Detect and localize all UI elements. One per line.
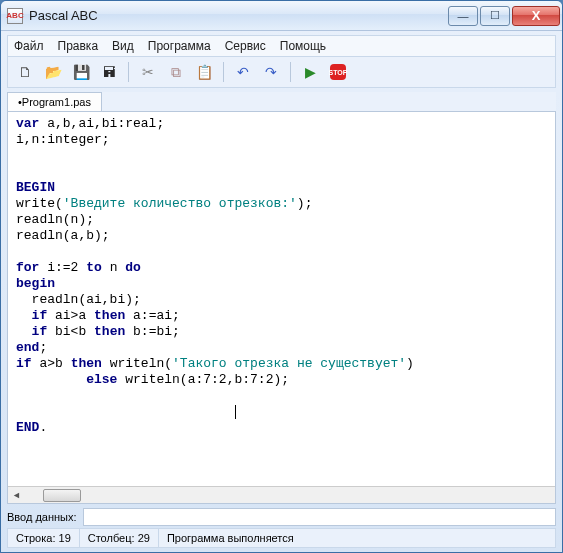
app-window: ABC Pascal ABC — ☐ X Файл Правка Вид Про… bbox=[0, 0, 563, 553]
code-text: readln(n); bbox=[16, 212, 94, 227]
toolbar: 🗋 📂 💾 🖬 ✂ ⧉ 📋 ↶ ↷ ▶ STOP bbox=[7, 57, 556, 88]
kw-then: then bbox=[94, 324, 125, 339]
kw-for: for bbox=[16, 260, 39, 275]
code-text: b:=bi; bbox=[125, 324, 180, 339]
code-text bbox=[16, 324, 32, 339]
horizontal-scrollbar[interactable]: ◄ bbox=[8, 486, 555, 503]
stop-button[interactable]: STOP bbox=[327, 61, 349, 83]
kw-if: if bbox=[16, 356, 32, 371]
code-text: n bbox=[102, 260, 125, 275]
kw-else: else bbox=[86, 372, 117, 387]
menubar: Файл Правка Вид Программа Сервис Помощь bbox=[7, 35, 556, 57]
statusbar: Строка: 19 Столбец: 29 Программа выполня… bbox=[7, 528, 556, 548]
editor-panel: var a,b,ai,bi:real; i,n:integer; BEGIN w… bbox=[7, 111, 556, 504]
window-title: Pascal ABC bbox=[29, 8, 448, 23]
status-line-value: 19 bbox=[59, 532, 71, 544]
code-text: bi<b bbox=[47, 324, 94, 339]
play-icon: ▶ bbox=[305, 64, 316, 80]
kw-to: to bbox=[86, 260, 102, 275]
code-text: ); bbox=[297, 196, 313, 211]
kw-then: then bbox=[71, 356, 102, 371]
code-text: a,b,ai,bi:real; bbox=[39, 116, 164, 131]
run-button[interactable]: ▶ bbox=[299, 61, 321, 83]
code-text: writeln( bbox=[102, 356, 172, 371]
save-button[interactable]: 💾 bbox=[70, 61, 92, 83]
status-column: Столбец: 29 bbox=[80, 529, 159, 547]
editor-tabs: •Program1.pas bbox=[7, 92, 556, 111]
window-buttons: — ☐ X bbox=[448, 6, 560, 26]
code-text: ai>a bbox=[47, 308, 94, 323]
kw-if: if bbox=[32, 308, 48, 323]
toolbar-separator bbox=[223, 62, 224, 82]
tab-program1[interactable]: •Program1.pas bbox=[7, 92, 102, 111]
new-file-button[interactable]: 🗋 bbox=[14, 61, 36, 83]
redo-icon: ↷ bbox=[265, 64, 277, 80]
code-text bbox=[16, 372, 86, 387]
kw-begin: BEGIN bbox=[16, 180, 55, 195]
text-caret bbox=[235, 405, 236, 419]
kw-begin: begin bbox=[16, 276, 55, 291]
code-text: a>b bbox=[32, 356, 71, 371]
menu-file[interactable]: Файл bbox=[14, 39, 44, 53]
status-col-label: Столбец: bbox=[88, 532, 135, 544]
status-col-value: 29 bbox=[138, 532, 150, 544]
status-line-label: Строка: bbox=[16, 532, 55, 544]
status-line: Строка: 19 bbox=[8, 529, 80, 547]
input-field[interactable] bbox=[83, 508, 556, 526]
new-file-icon: 🗋 bbox=[18, 64, 32, 80]
cut-icon: ✂ bbox=[142, 64, 154, 80]
maximize-button[interactable]: ☐ bbox=[480, 6, 510, 26]
undo-button[interactable]: ↶ bbox=[232, 61, 254, 83]
code-text: i,n:integer; bbox=[16, 132, 110, 147]
kw-var: var bbox=[16, 116, 39, 131]
code-text: . bbox=[39, 420, 47, 435]
app-icon: ABC bbox=[7, 8, 23, 24]
toolbar-separator bbox=[128, 62, 129, 82]
open-folder-icon: 📂 bbox=[45, 64, 62, 80]
titlebar[interactable]: ABC Pascal ABC — ☐ X bbox=[1, 1, 562, 31]
copy-icon: ⧉ bbox=[171, 64, 181, 81]
redo-button[interactable]: ↷ bbox=[260, 61, 282, 83]
input-bar: Ввод данных: bbox=[7, 508, 556, 526]
status-message: Программа выполняется bbox=[159, 529, 555, 547]
code-text: ; bbox=[39, 340, 47, 355]
code-editor[interactable]: var a,b,ai,bi:real; i,n:integer; BEGIN w… bbox=[8, 112, 555, 486]
paste-icon: 📋 bbox=[196, 64, 213, 80]
minimize-button[interactable]: — bbox=[448, 6, 478, 26]
code-text: i:=2 bbox=[39, 260, 86, 275]
kw-end: END bbox=[16, 420, 39, 435]
kw-then: then bbox=[94, 308, 125, 323]
menu-service[interactable]: Сервис bbox=[225, 39, 266, 53]
code-text: readln(ai,bi); bbox=[16, 292, 141, 307]
string-literal: 'Введите количество отрезков:' bbox=[63, 196, 297, 211]
code-text: writeln(a:7:2,b:7:2); bbox=[117, 372, 289, 387]
paste-button[interactable]: 📋 bbox=[193, 61, 215, 83]
code-text: readln(a,b); bbox=[16, 228, 110, 243]
save-icon: 💾 bbox=[73, 64, 90, 80]
undo-icon: ↶ bbox=[237, 64, 249, 80]
menu-program[interactable]: Программа bbox=[148, 39, 211, 53]
scroll-thumb[interactable] bbox=[43, 489, 81, 502]
scroll-left-icon[interactable]: ◄ bbox=[8, 488, 25, 503]
cut-button[interactable]: ✂ bbox=[137, 61, 159, 83]
stop-icon: STOP bbox=[330, 64, 346, 80]
menu-help[interactable]: Помощь bbox=[280, 39, 326, 53]
code-text bbox=[16, 308, 32, 323]
string-literal: 'Такого отрезка не существует' bbox=[172, 356, 406, 371]
kw-if: if bbox=[32, 324, 48, 339]
save-all-button[interactable]: 🖬 bbox=[98, 61, 120, 83]
code-text: write( bbox=[16, 196, 63, 211]
close-button[interactable]: X bbox=[512, 6, 560, 26]
toolbar-separator bbox=[290, 62, 291, 82]
code-text: a:=ai; bbox=[125, 308, 180, 323]
kw-end: end bbox=[16, 340, 39, 355]
copy-button[interactable]: ⧉ bbox=[165, 61, 187, 83]
kw-do: do bbox=[125, 260, 141, 275]
open-file-button[interactable]: 📂 bbox=[42, 61, 64, 83]
menu-edit[interactable]: Правка bbox=[58, 39, 99, 53]
code-text: ) bbox=[406, 356, 414, 371]
menu-view[interactable]: Вид bbox=[112, 39, 134, 53]
save-all-icon: 🖬 bbox=[102, 64, 116, 80]
input-label: Ввод данных: bbox=[7, 511, 77, 523]
